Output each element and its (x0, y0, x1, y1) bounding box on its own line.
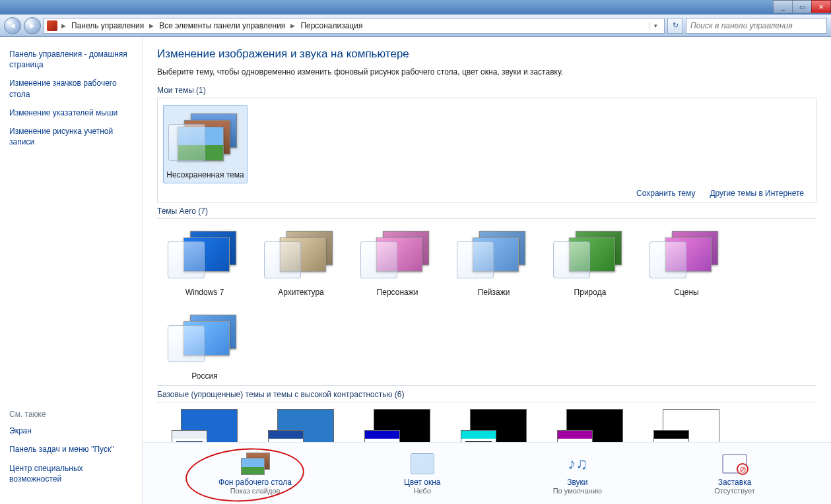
option-title: Фон рабочего стола (218, 478, 292, 487)
forward-button[interactable]: ► (24, 17, 41, 34)
theme-aero-1[interactable]: Архитектура (259, 226, 343, 298)
sounds-icon: ♪♫ (563, 453, 592, 475)
option-title: Звуки (553, 478, 602, 487)
option-subtitle: Отсутствует (714, 487, 755, 495)
theme-aero-3[interactable]: Пейзажи (451, 226, 536, 298)
page-subtitle: Выберите тему, чтобы одновременно измени… (157, 67, 816, 77)
sounds-option[interactable]: ♪♫ Звуки По умолчанию (553, 453, 602, 495)
save-theme-link[interactable]: Сохранить тему (636, 189, 695, 198)
chevron-right-icon[interactable]: ▶ (148, 22, 155, 29)
breadcrumb[interactable]: Все элементы панели управления (155, 21, 289, 30)
theme-label: Пейзажи (451, 288, 536, 298)
theme-label: Сцены (644, 288, 729, 298)
online-themes-link[interactable]: Другие темы в Интернете (710, 189, 804, 198)
basic-themes-header: Базовые (упрощенные) темы и темы с высок… (157, 390, 816, 399)
wallpaper-icon (241, 453, 270, 475)
sidebar-link-display[interactable]: Экран (9, 425, 133, 436)
option-title: Заставка (714, 478, 755, 487)
theme-label: Персонажи (355, 288, 440, 298)
option-title: Цвет окна (404, 478, 440, 487)
aero-themes-header: Темы Aero (7) (157, 206, 816, 216)
screensaver-option[interactable]: ⊘ Заставка Отсутствует (714, 453, 755, 495)
close-button[interactable]: ✕ (811, 0, 831, 13)
content-area: Изменение изображения и звука на компьют… (143, 37, 831, 504)
sidebar-link-home[interactable]: Панель управления - домашняя страница (9, 49, 133, 70)
theme-label: Windows 7 (162, 288, 247, 298)
sidebar-link-account-picture[interactable]: Изменение рисунка учетной записи (9, 126, 133, 147)
aero-themes-section: Windows 7АрхитектураПерсонажиПейзажиПрир… (157, 218, 816, 386)
chevron-right-icon[interactable]: ▶ (289, 22, 296, 29)
theme-aero-5[interactable]: Сцены (644, 226, 729, 298)
search-input[interactable] (686, 18, 827, 34)
breadcrumb[interactable]: Персонализация (296, 21, 366, 30)
theme-aero-2[interactable]: Персонажи (355, 226, 440, 298)
page-title: Изменение изображения и звука на компьют… (157, 47, 816, 61)
theme-aero-4[interactable]: Природа (548, 226, 632, 298)
sidebar-link-ease-of-access[interactable]: Центр специальных возможностей (9, 463, 133, 484)
option-subtitle: Показ слайдов (218, 487, 292, 495)
desktop-background-option[interactable]: Фон рабочего стола Показ слайдов (218, 453, 292, 495)
see-also-header: См. также (9, 410, 133, 419)
theme-label: Архитектура (259, 288, 343, 298)
my-themes-section: Несохраненная тема Сохранить тему Другие… (157, 98, 816, 203)
sidebar-link-desktop-icons[interactable]: Изменение значков рабочего стола (9, 78, 133, 99)
theme-aero-6[interactable]: Россия (162, 309, 247, 381)
address-bar[interactable]: ▶ Панель управления ▶ Все элементы панел… (44, 18, 665, 34)
screensaver-icon: ⊘ (720, 453, 749, 475)
back-button[interactable]: ◄ (4, 17, 21, 34)
window-color-option[interactable]: Цвет окна Небо (404, 453, 440, 495)
sidebar: Панель управления - домашняя страница Из… (0, 37, 143, 504)
address-dropdown[interactable]: ▾ (649, 22, 661, 29)
titlebar: _ ▭ ✕ (0, 0, 831, 15)
theme-aero-0[interactable]: Windows 7 (162, 226, 247, 298)
my-themes-header: Мои темы (1) (157, 86, 816, 95)
nav-toolbar: ◄ ► ▶ Панель управления ▶ Все элементы п… (0, 15, 831, 37)
footer-options: Фон рабочего стола Показ слайдов Цвет ок… (143, 442, 831, 504)
window-color-icon (408, 453, 437, 475)
option-subtitle: Небо (404, 487, 440, 495)
breadcrumb[interactable]: Панель управления (67, 21, 148, 30)
maximize-button[interactable]: ▭ (792, 0, 812, 13)
theme-unsaved[interactable]: Несохраненная тема (163, 105, 248, 183)
theme-label: Россия (162, 371, 247, 381)
theme-label: Несохраненная тема (166, 170, 244, 180)
refresh-button[interactable]: ↻ (667, 18, 683, 34)
sidebar-link-taskbar[interactable]: Панель задач и меню ''Пуск'' (9, 444, 133, 455)
sidebar-link-mouse-pointers[interactable]: Изменение указателей мыши (9, 108, 133, 118)
theme-label: Природа (548, 288, 632, 298)
personalization-icon (47, 20, 57, 31)
minimize-button[interactable]: _ (773, 0, 793, 13)
option-subtitle: По умолчанию (553, 487, 602, 495)
chevron-right-icon[interactable]: ▶ (60, 22, 67, 29)
